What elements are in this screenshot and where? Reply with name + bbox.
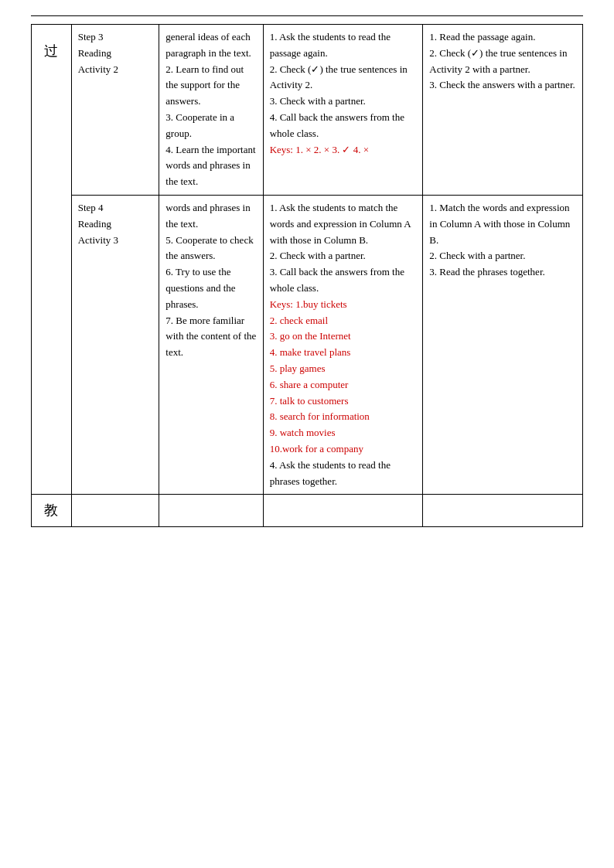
bottom-learn <box>159 495 263 526</box>
learn-col-2: words and phrases in the text. 5. Cooper… <box>159 195 263 494</box>
keys-2: Keys: 1.buy tickets 2. check email 3. go… <box>270 298 370 454</box>
step-4-label: Step 4ReadingActivity 3 <box>71 195 159 494</box>
bottom-student <box>423 495 583 526</box>
learn-col-1: general ideas of each paragraph in the t… <box>159 25 263 196</box>
char-guo: 过 <box>32 25 72 495</box>
student-col-1: 1. Read the passage again. 2. Check (✓) … <box>423 25 583 196</box>
teacher-col-2: 1. Ask the students to match the words a… <box>263 195 423 494</box>
student-col-2: 1. Match the words and expression in Col… <box>423 195 583 494</box>
bottom-row: 教 <box>32 495 583 526</box>
table-row: 过 Step 3ReadingActivity 2 general ideas … <box>32 25 583 196</box>
keys-1: Keys: 1. × 2. × 3. ✓ 4. × <box>270 144 369 155</box>
top-divider <box>31 15 583 16</box>
char-label-bottom: 教 <box>44 502 58 518</box>
table-row-2: Step 4ReadingActivity 3 words and phrase… <box>32 195 583 494</box>
bottom-step <box>71 495 159 526</box>
char-jiao: 教 <box>32 495 72 526</box>
bottom-teacher <box>263 495 423 526</box>
lesson-table: 过 Step 3ReadingActivity 2 general ideas … <box>31 24 583 495</box>
teacher-col-1: 1. Ask the students to read the passage … <box>263 25 423 196</box>
step-3-label: Step 3ReadingActivity 2 <box>71 25 159 196</box>
bottom-row-table: 教 <box>31 495 583 527</box>
char-label: 过 <box>44 43 58 59</box>
